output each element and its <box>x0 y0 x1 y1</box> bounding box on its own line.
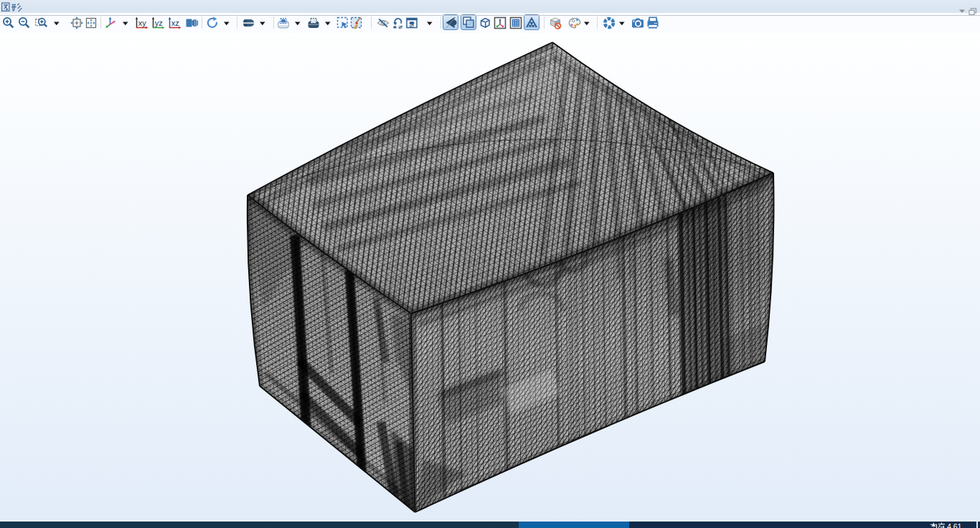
svg-text:yz: yz <box>155 19 163 27</box>
svg-text:xz: xz <box>171 19 179 27</box>
svg-text:xy: xy <box>138 19 147 27</box>
svg-text:4.61: 4.61 <box>947 522 962 528</box>
